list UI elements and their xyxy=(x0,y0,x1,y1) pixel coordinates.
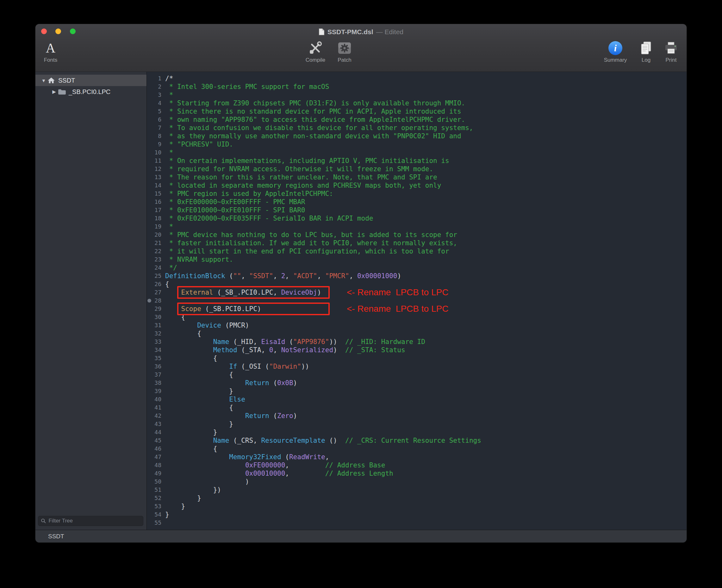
line-number: 10 xyxy=(147,148,165,156)
patch-button[interactable]: Patch xyxy=(322,40,367,63)
code-line: 33 Name (_HID, EisaId ("APP9876")) // _H… xyxy=(147,338,686,346)
code-text: 0xFE000000, // Address Base xyxy=(165,461,385,469)
code-line: 21 * faster initialisation. If we add it… xyxy=(147,239,686,247)
code-line: 1/* xyxy=(147,75,686,83)
code-text: } xyxy=(165,494,201,502)
fonts-button[interactable]: A Fonts xyxy=(36,40,73,63)
line-number: 17 xyxy=(147,206,165,214)
line-number: 51 xyxy=(147,486,165,494)
annotation-box-external xyxy=(177,286,330,299)
disclosure-expanded-icon[interactable]: ▼ xyxy=(40,78,47,83)
code-text: * located in separate memory regions and… xyxy=(165,181,441,190)
line-number: 26 xyxy=(147,280,165,288)
code-text: Name (_HID, EisaId ("APP9876")) // _HID:… xyxy=(165,338,425,346)
tree-item-_sb.pci0.lpc[interactable]: ▶_SB.PCI0.LPC xyxy=(36,86,147,98)
code-text: DefinitionBlock ("", "SSDT", 2, "ACDT", … xyxy=(165,272,401,280)
line-number: 49 xyxy=(147,469,165,478)
code-text: * required for NVRAM access. Otherwise i… xyxy=(165,165,433,173)
line-number: 44 xyxy=(147,428,165,436)
line-number: 7 xyxy=(147,124,165,132)
print-icon xyxy=(649,40,686,56)
code-line: 13 * The reason for this is rather uncle… xyxy=(147,173,686,181)
code-text: { xyxy=(165,403,233,412)
line-number: 24 xyxy=(147,264,165,272)
line-number: 48 xyxy=(147,461,165,469)
code-text: * Intel 300-series PMC support for macOS xyxy=(165,83,329,91)
code-text: { xyxy=(165,354,217,362)
code-line: 18 * 0xFE020000~0xFE035FFF - SerialIo BA… xyxy=(147,214,686,223)
line-number: 40 xyxy=(147,395,165,403)
line-number: 27 xyxy=(147,288,165,296)
code-line: 49 0x00010000, // Address Length xyxy=(147,469,686,478)
code-text: } xyxy=(165,420,233,428)
search-icon xyxy=(41,518,46,524)
line-number: 30 xyxy=(147,313,165,321)
tree-item-ssdt[interactable]: ▼SSDT xyxy=(36,75,147,86)
code-line: 32 { xyxy=(147,330,686,338)
line-number: 18 xyxy=(147,214,165,223)
code-text: */ xyxy=(165,264,177,272)
window-header: SSDT-PMC.dsl— Edited A Fonts Compile xyxy=(36,24,686,72)
summary-info-icon: i xyxy=(609,41,622,55)
code-text: } xyxy=(165,387,233,395)
code-text: * xyxy=(165,148,173,156)
line-number: 11 xyxy=(147,156,165,165)
line-number: 25 xyxy=(147,272,165,280)
line-number: 54 xyxy=(147,510,165,519)
code-line: 31 Device (PMCR) xyxy=(147,321,686,330)
line-number: 38 xyxy=(147,379,165,387)
code-line: 23 * NVRAM support. xyxy=(147,255,686,264)
acpi-tree: ▼SSDT▶_SB.PCI0.LPC xyxy=(36,72,147,98)
print-button[interactable]: Print xyxy=(649,40,686,63)
code-text: /* xyxy=(165,75,173,83)
line-number: 29 xyxy=(147,305,165,313)
patch-gear-icon xyxy=(322,40,367,56)
code-text: { xyxy=(165,445,217,453)
disclosure-collapsed-icon[interactable]: ▶ xyxy=(50,89,58,94)
code-line: 25DefinitionBlock ("", "SSDT", 2, "ACDT"… xyxy=(147,272,686,280)
line-number: 35 xyxy=(147,354,165,362)
line-number: 9 xyxy=(147,140,165,148)
line-number: 4 xyxy=(147,99,165,107)
code-text: Name (_CRS, ResourceTemplate () // _CRS:… xyxy=(165,436,481,445)
code-text: } xyxy=(165,502,185,510)
code-text: Return (0x0B) xyxy=(165,379,297,387)
line-number: 2 xyxy=(147,83,165,91)
code-text: * The reason for this is rather unclear.… xyxy=(165,173,437,181)
code-text: { xyxy=(165,330,201,338)
code-line: 7 * To avoid confusion we disable this d… xyxy=(147,124,686,132)
code-line: 9 * "PCHRESV" UID. xyxy=(147,140,686,148)
code-line: 50 ) xyxy=(147,478,686,486)
filter-tree-field[interactable] xyxy=(38,516,143,526)
code-line: 34 Method (_STA, 0, NotSerialized) // _S… xyxy=(147,346,686,354)
code-text: * 0xFE010000~0xFE010FFF - SPI BAR0 xyxy=(165,206,305,214)
line-number: 47 xyxy=(147,453,165,461)
code-line: 20 * PMC device has nothing to do to LPC… xyxy=(147,231,686,239)
line-number: 12 xyxy=(147,165,165,173)
line-number: 1 xyxy=(147,75,165,83)
code-text: * 0xFE000000~0xFE00FFFF - PMC MBAR xyxy=(165,198,305,206)
window-title-text: SSDT-PMC.dsl xyxy=(327,28,373,36)
code-text: * xyxy=(165,91,173,99)
code-line: 54} xyxy=(147,510,686,519)
code-area: 1/*2 * Intel 300-series PMC support for … xyxy=(147,72,686,527)
window-title-edited: — Edited xyxy=(376,28,403,36)
app-window: SSDT-PMC.dsl— Edited A Fonts Compile xyxy=(36,24,686,542)
code-line: 51 }) xyxy=(147,486,686,494)
code-line: 48 0xFE000000, // Address Base xyxy=(147,461,686,469)
line-number: 53 xyxy=(147,502,165,510)
line-number: 5 xyxy=(147,107,165,115)
line-number: 13 xyxy=(147,173,165,181)
code-editor[interactable]: 1/*2 * Intel 300-series PMC support for … xyxy=(147,72,686,530)
line-number: 22 xyxy=(147,247,165,255)
line-number: 14 xyxy=(147,181,165,190)
line-number: 21 xyxy=(147,239,165,247)
code-text: * xyxy=(165,223,173,231)
code-text: 0x00010000, // Address Length xyxy=(165,469,393,478)
code-text: * PMC region is used by AppleIntelPCHPMC… xyxy=(165,190,333,198)
filter-tree-input[interactable] xyxy=(48,518,141,524)
code-text: ) xyxy=(165,478,249,486)
line-number: 39 xyxy=(147,387,165,395)
home-icon xyxy=(47,77,58,84)
code-line: 41 { xyxy=(147,403,686,412)
